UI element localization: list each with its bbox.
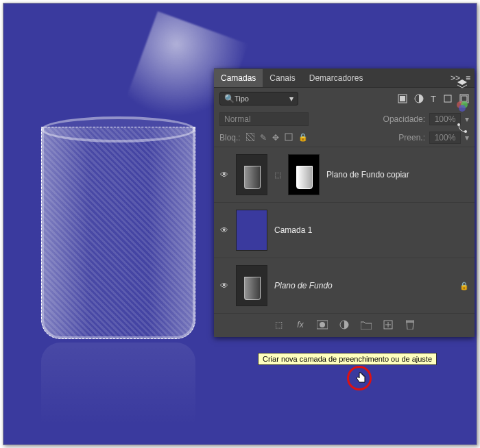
layers-rail-icon[interactable] bbox=[456, 78, 468, 90]
visibility-toggle[interactable]: 👁 bbox=[219, 225, 229, 235]
layers-list: 👁 ⬚ Plano de Fundo copiar 👁 Camada 1 👁 P… bbox=[214, 147, 475, 313]
filter-adjustment-icon[interactable] bbox=[414, 94, 424, 104]
link-layers-icon[interactable]: ⬚ bbox=[273, 319, 284, 330]
lock-row: Bloq.: ✎ ✥ 🔒 Preen.: 100% ▾ bbox=[214, 129, 475, 147]
svg-rect-7 bbox=[285, 134, 292, 140]
layer-row[interactable]: 👁 Camada 1 bbox=[214, 202, 475, 258]
side-rail bbox=[453, 74, 472, 134]
channels-rail-icon[interactable] bbox=[456, 100, 468, 112]
layers-panel: Camadas Canais Demarcadores >> ≡ 🔍 Tipo … bbox=[214, 69, 475, 337]
add-mask-icon[interactable] bbox=[317, 319, 328, 330]
marching-ants-selection bbox=[41, 127, 195, 339]
svg-rect-1 bbox=[400, 96, 405, 101]
lock-position-icon[interactable]: ✥ bbox=[272, 133, 279, 142]
tab-channels[interactable]: Canais bbox=[263, 69, 302, 87]
lock-artboard-icon[interactable] bbox=[285, 133, 293, 142]
mask-link-icon[interactable]: ⬚ bbox=[274, 171, 281, 179]
lock-transparency-icon[interactable] bbox=[246, 133, 254, 142]
panel-footer: ⬚ fx bbox=[214, 313, 475, 337]
paths-rail-icon[interactable] bbox=[456, 122, 468, 134]
visibility-toggle[interactable]: 👁 bbox=[219, 281, 229, 290]
layer-fx-icon[interactable]: fx bbox=[295, 319, 306, 330]
svg-point-16 bbox=[459, 105, 466, 112]
glass-reflection bbox=[41, 343, 195, 425]
layer-thumbnail[interactable] bbox=[236, 154, 267, 195]
layer-name[interactable]: Plano de Fundo copiar bbox=[326, 170, 409, 179]
panel-tabs: Camadas Canais Demarcadores >> ≡ bbox=[214, 69, 475, 88]
layer-thumbnail[interactable] bbox=[236, 265, 267, 306]
tab-paths[interactable]: Demarcadores bbox=[302, 69, 370, 87]
blend-mode-select[interactable]: Normal bbox=[219, 112, 309, 126]
lock-all-icon[interactable]: 🔒 bbox=[298, 133, 308, 142]
search-icon: 🔍 bbox=[224, 94, 235, 103]
visibility-toggle[interactable]: 👁 bbox=[219, 170, 229, 179]
filter-label: Tipo bbox=[235, 95, 289, 103]
lock-icon: 🔒 bbox=[459, 282, 469, 290]
opacity-label: Opacidade: bbox=[383, 114, 425, 124]
filter-row: 🔍 Tipo ▾ T bbox=[214, 88, 475, 110]
layer-name[interactable]: Plano de Fundo bbox=[274, 281, 333, 290]
svg-rect-3 bbox=[444, 95, 451, 102]
filter-pixel-icon[interactable] bbox=[398, 94, 407, 104]
cursor-pointer-icon bbox=[355, 371, 368, 384]
layer-row[interactable]: 👁 Plano de Fundo 🔒 bbox=[214, 258, 475, 313]
filter-shape-icon[interactable] bbox=[443, 94, 453, 104]
layer-thumbnail[interactable] bbox=[236, 210, 267, 251]
new-layer-icon[interactable] bbox=[383, 319, 394, 330]
new-group-icon[interactable] bbox=[361, 319, 372, 330]
tooltip: Criar nova camada de preenchimento ou de… bbox=[258, 353, 437, 365]
new-adjustment-layer-icon[interactable] bbox=[339, 319, 350, 330]
delete-layer-icon[interactable] bbox=[405, 319, 416, 330]
filter-type-icon[interactable]: T bbox=[431, 94, 436, 104]
filter-type-dropdown[interactable]: 🔍 Tipo ▾ bbox=[219, 92, 298, 105]
lock-label: Bloq.: bbox=[219, 133, 241, 142]
lock-pixels-icon[interactable]: ✎ bbox=[260, 133, 267, 142]
fill-label: Preen.: bbox=[398, 133, 425, 142]
fill-scrub-icon[interactable]: ▾ bbox=[465, 133, 469, 142]
layer-name[interactable]: Camada 1 bbox=[274, 225, 312, 235]
svg-point-9 bbox=[320, 322, 325, 327]
chevron-down-icon: ▾ bbox=[289, 94, 293, 103]
tab-layers[interactable]: Camadas bbox=[214, 69, 263, 87]
layer-mask-thumbnail[interactable] bbox=[288, 154, 320, 195]
blend-row: Normal Opacidade: 100% ▾ bbox=[214, 110, 475, 129]
layer-row[interactable]: 👁 ⬚ Plano de Fundo copiar bbox=[214, 147, 475, 202]
